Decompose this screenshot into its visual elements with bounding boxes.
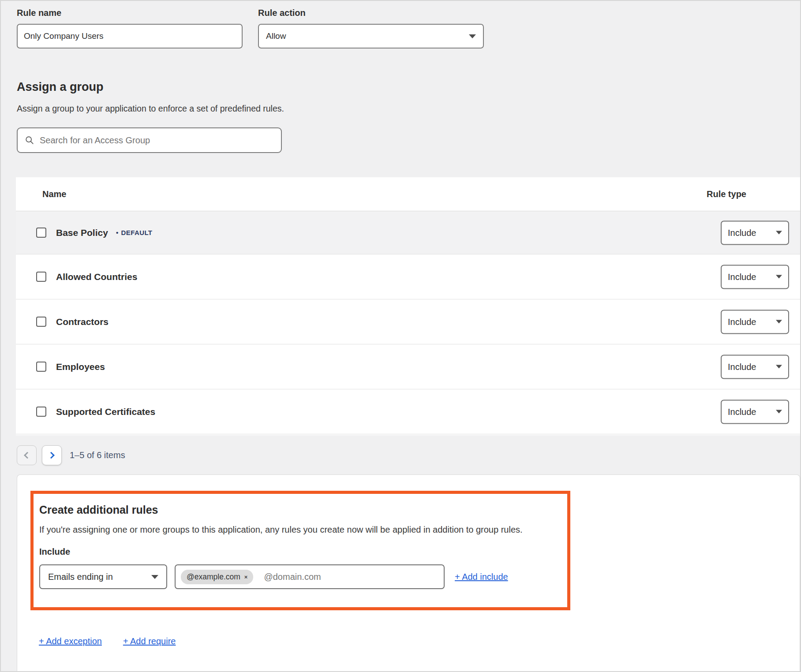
add-exception-link[interactable]: + Add exception [39,636,102,646]
rule-condition-value: Emails ending in [48,572,113,582]
table-row: Allowed Countries Include [16,254,800,299]
table-row: Contractors Include [16,299,800,344]
badge-label: DEFAULT [121,229,153,236]
caret-down-icon [776,365,782,369]
table-row: Supported Certificates Include [16,389,800,434]
row-name: Base Policy [56,228,108,238]
rule-action-select[interactable]: Allow [258,24,484,49]
rule-action-value: Allow [266,31,286,41]
row-checkbox[interactable] [36,362,46,372]
previous-page-button[interactable] [17,445,37,465]
assign-group-heading: Assign a group [17,80,104,94]
chevron-right-icon [48,452,55,459]
caret-down-icon [776,320,782,324]
chevron-left-icon [24,452,31,459]
caret-down-icon [151,575,158,579]
table-header: Name Rule type [16,177,800,211]
rule-type-value: Include [728,407,756,417]
rule-action-label: Rule action [258,8,306,18]
assign-group-description: Assign a group to your application to en… [17,104,284,114]
additional-rules-heading: Create additional rules [39,504,559,516]
search-icon [25,135,34,145]
rule-type-select[interactable]: Include [721,220,789,245]
add-require-link[interactable]: + Add require [123,636,176,646]
rule-condition-select[interactable]: Emails ending in [39,564,167,589]
column-header-name: Name [42,189,66,199]
column-header-rule-type: Rule type [707,189,746,199]
badge-bullet-icon: • [116,229,119,236]
caret-down-icon [776,410,782,414]
row-checkbox[interactable] [36,272,46,282]
search-input[interactable] [40,135,274,146]
access-group-table: Name Rule type Base Policy • DEFAULT Inc… [16,177,800,435]
rule-type-value: Include [728,228,756,238]
next-page-button[interactable] [42,445,62,465]
additional-rules-description: If you're assigning one or more groups t… [39,525,559,535]
row-name: Contractors [56,317,109,327]
rule-type-value: Include [728,362,756,372]
rule-name-input[interactable] [17,24,243,49]
table-row: Employees Include [16,344,800,389]
row-checkbox[interactable] [36,228,46,238]
caret-down-icon [776,275,782,279]
table-row: Base Policy • DEFAULT Include [16,211,800,254]
rule-type-value: Include [728,272,756,282]
default-badge: • DEFAULT [116,229,153,236]
access-rule-page: { "form": { "rule_name": { "label": "Rul… [0,0,801,672]
row-name: Employees [56,362,105,372]
email-chip: @example.com × [181,570,253,584]
rule-type-select[interactable]: Include [721,265,789,289]
pagination-range-label: 1–5 of 6 items [70,450,125,460]
caret-down-icon [776,231,782,235]
email-domains-input[interactable]: @example.com × [175,564,445,589]
access-group-search[interactable] [17,127,282,153]
rule-type-select[interactable]: Include [721,310,789,334]
add-include-link[interactable]: + Add include [455,572,508,582]
caret-down-icon [469,34,476,38]
email-domain-field[interactable] [264,572,438,582]
row-name: Supported Certificates [56,407,155,417]
row-name: Allowed Countries [56,272,137,282]
rules-card: Create additional rules If you're assign… [17,474,800,672]
rule-type-value: Include [728,317,756,327]
rule-name-label: Rule name [17,8,61,18]
create-additional-rules-highlight: Create additional rules If you're assign… [30,491,570,610]
rule-type-select[interactable]: Include [721,355,789,379]
row-checkbox[interactable] [36,407,46,417]
include-label: Include [39,547,559,557]
email-chip-label: @example.com [187,572,240,582]
pagination: 1–5 of 6 items [17,445,125,465]
remove-chip-icon[interactable]: × [244,574,248,580]
row-checkbox[interactable] [36,317,46,327]
rule-type-select[interactable]: Include [721,399,789,424]
